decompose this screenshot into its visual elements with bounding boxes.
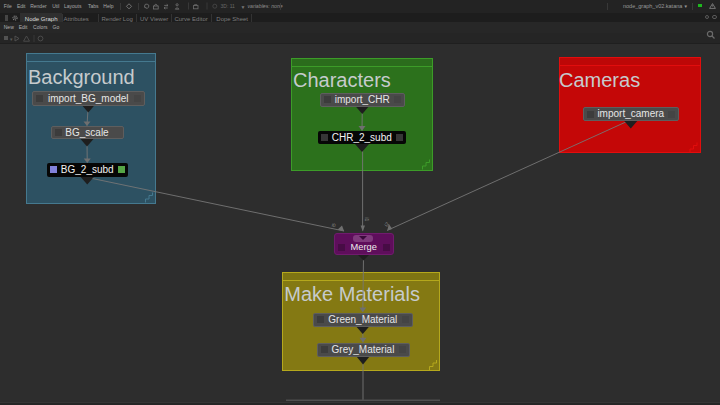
svg-text:i0: i0 — [331, 222, 336, 229]
svg-text:i1: i1 — [364, 218, 370, 222]
